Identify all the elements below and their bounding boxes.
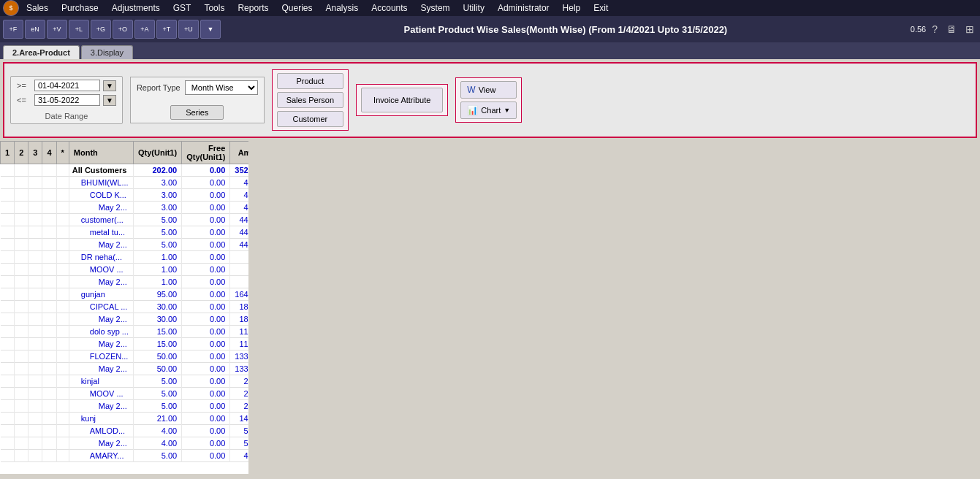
row-amount: 535.72 [230,425,248,437]
menu-help[interactable]: Help [557,1,587,15]
level-col-4 [56,288,69,301]
table-row[interactable]: May 2...15.000.001170.00 [1,338,249,350]
toolbar-btn-1[interactable]: +F [3,20,23,39]
table-row[interactable]: May 2...5.000.004464.28 [1,239,249,251]
menu-system[interactable]: System [415,1,456,15]
table-row[interactable]: gunjan95.000.0016437.86 [1,288,249,301]
table-row[interactable]: AMARY...5.000.00446.42 [1,450,249,462]
view-button[interactable]: W View [460,81,517,99]
table-row[interactable]: CIPCAL ...30.000.001875.00 [1,301,249,313]
level-col-1 [15,326,29,338]
row-amount: 4464.28 [230,226,248,239]
toolbar-btn-4[interactable]: +L [69,20,89,39]
level-col-3 [42,189,56,202]
report-type-select[interactable]: Month Wise [185,80,258,95]
toolbar-btn-9[interactable]: +U [178,20,199,39]
level-col-3 [42,413,56,425]
table-row[interactable]: metal tu...5.000.004464.28 [1,226,249,239]
menu-exit[interactable]: Exit [588,1,614,15]
date-to-picker[interactable]: ▼ [103,95,116,106]
level-col-2 [29,326,42,338]
monitor-icon[interactable]: 🖥 [943,22,960,37]
customer-button[interactable]: Customer [277,111,343,127]
level-col-2 [29,239,42,251]
menu-reports[interactable]: Reports [232,1,274,15]
menu-accounts[interactable]: Accounts [365,1,413,15]
row-qty: 50.00 [133,363,181,375]
table-row[interactable]: FLOZEN...50.000.0013392.86 [1,350,249,363]
row-qty: 5.00 [133,388,181,400]
table-row[interactable]: May 2...3.000.00401.78 [1,202,249,214]
table-row[interactable]: All Customers202.000.0035289.32 [1,164,249,177]
toolbar-time: 0.56 [911,25,926,34]
col-free-qty: FreeQty(Unit1) [182,142,230,164]
menu-tools[interactable]: Tools [198,1,230,15]
table-row[interactable]: May 2...50.000.0013392.86 [1,363,249,375]
row-free-qty: 0.00 [182,276,230,288]
row-amount: 42.86 [230,276,248,288]
toolbar-btn-7[interactable]: +A [134,20,155,39]
level-col-0 [1,388,15,400]
table-row[interactable]: kinjal5.000.00223.22 [1,375,249,388]
date-to-input[interactable] [34,94,100,106]
date-from-input[interactable] [34,80,100,91]
row-free-qty: 0.00 [182,251,230,264]
sales-person-button[interactable]: Sales Person [277,92,343,108]
toolbar-btn-8[interactable]: +T [156,20,177,39]
menu-sales[interactable]: Sales [20,1,54,15]
toolbar-btn-6[interactable]: +O [113,20,133,39]
invoice-attribute-button[interactable]: Invoice Attribute [361,88,443,112]
menu-purchase[interactable]: Purchase [56,1,105,15]
menu-administrator[interactable]: Administrator [492,1,555,15]
table-container[interactable]: 1 2 3 4 * Month Qty(Unit1) FreeQty(Unit1… [0,141,248,474]
level-col-2 [29,264,42,276]
level-col-3 [42,202,56,214]
row-name: gunjan [69,288,133,301]
table-row[interactable]: BHUMI(WL...3.000.00401.78 [1,177,249,189]
table-row[interactable]: dolo syp ...15.000.001170.00 [1,326,249,338]
menu-analysis[interactable]: Analysis [320,1,365,15]
chart-dropdown[interactable]: ▼ [504,107,510,114]
level-col-3 [42,251,56,264]
table-row[interactable]: May 2...4.000.00535.72 [1,437,249,450]
level-col-3 [42,326,56,338]
table-row[interactable]: kunj21.000.001446.42 [1,413,249,425]
toolbar-btn-3[interactable]: +V [47,20,67,39]
help-icon[interactable]: ? [929,22,941,37]
tab-area-product[interactable]: 2.Area-Product [3,45,80,59]
table-row[interactable]: customer(...5.000.004464.28 [1,214,249,226]
product-button[interactable]: Product [277,73,343,89]
menu-utility[interactable]: Utility [457,1,490,15]
table-row[interactable]: May 2...1.000.0042.86 [1,276,249,288]
table-row[interactable]: AMLOD...4.000.00535.72 [1,425,249,437]
level-col-3 [42,400,56,413]
level-col-3 [42,264,56,276]
level-col-4 [56,264,69,276]
tab-display[interactable]: 3.Display [81,45,133,59]
date-from-picker[interactable]: ▼ [103,80,116,91]
grid-icon[interactable]: ⊞ [962,22,977,37]
level-col-4 [56,375,69,388]
row-name: May 2... [69,400,133,413]
chart-button[interactable]: 📊 Chart ▼ [460,101,517,119]
toolbar-btn-2[interactable]: eN [25,20,45,39]
row-free-qty: 0.00 [182,214,230,226]
table-row[interactable]: MOOV ...1.000.0042.86 [1,264,249,276]
table-row[interactable]: COLD K...3.000.00401.78 [1,189,249,202]
level-col-3 [42,350,56,363]
menu-adjustments[interactable]: Adjustments [106,1,166,15]
toolbar-right: 0.56 ? 🖥 ⊞ [911,22,977,37]
row-free-qty: 0.00 [182,425,230,437]
table-row[interactable]: DR neha(...1.000.0042.86 [1,251,249,264]
level-col-1 [15,338,29,350]
level-col-4 [56,363,69,375]
table-row[interactable]: MOOV ...5.000.00223.22 [1,388,249,400]
toolbar-btn-5[interactable]: +G [91,20,111,39]
table-row[interactable]: May 2...30.000.001875.00 [1,313,249,326]
menu-gst[interactable]: GST [167,1,197,15]
toolbar-btn-dropdown[interactable]: ▼ [200,20,221,39]
level-col-1 [15,251,29,264]
table-row[interactable]: May 2...5.000.00223.22 [1,400,249,413]
series-button[interactable]: Series [170,105,224,120]
menu-queries[interactable]: Queries [276,1,318,15]
